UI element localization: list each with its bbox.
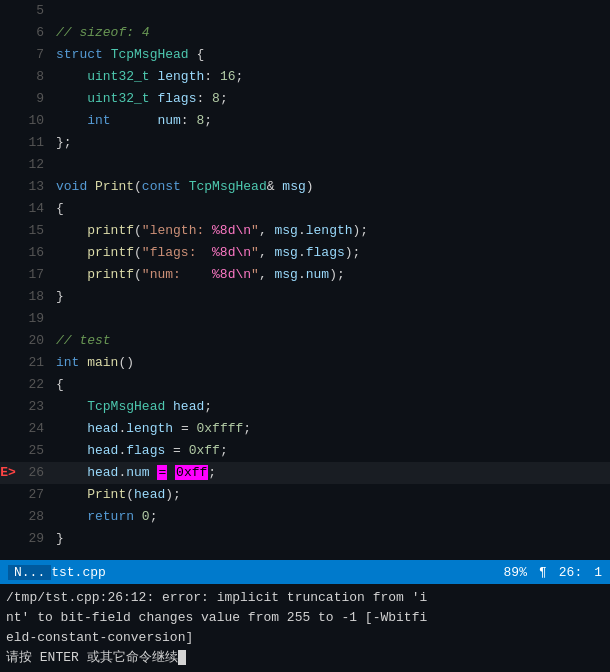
table-row: 12 [0, 154, 610, 176]
table-row: 24 head.length = 0xffff; [0, 418, 610, 440]
table-row: 19 [0, 308, 610, 330]
terminal-line-2: nt' to bit-field changes value from 255 … [6, 608, 604, 628]
status-col: 1 [594, 565, 602, 580]
terminal-cursor [178, 650, 186, 665]
status-symbol: ¶ [539, 565, 547, 580]
table-row: 5 [0, 0, 610, 22]
table-row: 13 void Print(const TcpMsgHead& msg) [0, 176, 610, 198]
table-row: 23 TcpMsgHead head; [0, 396, 610, 418]
table-row: 17 printf("num: %8d\n", msg.num); [0, 264, 610, 286]
table-row: 29 } [0, 528, 610, 550]
table-row: 28 return 0; [0, 506, 610, 528]
vim-mode: N... [8, 565, 51, 580]
terminal-output: /tmp/tst.cpp:26:12: error: implicit trun… [0, 584, 610, 672]
code-lines: 5 6 // sizeof: 4 7 struct TcpMsgHead { 8… [0, 0, 610, 550]
table-row: 22 { [0, 374, 610, 396]
status-bar: N... tst.cpp 89% ¶ 26: 1 [0, 560, 610, 584]
status-position: 89% ¶ 26: 1 [504, 565, 602, 580]
status-line: 26: [559, 565, 582, 580]
terminal-line-3: eld-constant-conversion] [6, 628, 604, 648]
table-row: 16 printf("flags: %8d\n", msg.flags); [0, 242, 610, 264]
table-row: 14 { [0, 198, 610, 220]
table-row: 18 } [0, 286, 610, 308]
table-row: 9 uint32_t flags: 8; [0, 88, 610, 110]
code-editor: 5 6 // sizeof: 4 7 struct TcpMsgHead { 8… [0, 0, 610, 560]
table-row: 20 // test [0, 330, 610, 352]
table-row: 21 int main() [0, 352, 610, 374]
status-filename: tst.cpp [51, 565, 106, 580]
error-indicator: E> [0, 462, 16, 484]
table-row: 6 // sizeof: 4 [0, 22, 610, 44]
table-row: E> 26 head.num = 0xff; [0, 462, 610, 484]
terminal-prompt: 请按 ENTER 或其它命令继续 [6, 648, 604, 668]
status-percent: 89% [504, 565, 527, 580]
terminal-line-1: /tmp/tst.cpp:26:12: error: implicit trun… [6, 588, 604, 608]
table-row: 10 int num: 8; [0, 110, 610, 132]
table-row: 15 printf("length: %8d\n", msg.length); [0, 220, 610, 242]
table-row: 25 head.flags = 0xff; [0, 440, 610, 462]
table-row: 7 struct TcpMsgHead { [0, 44, 610, 66]
table-row: 11 }; [0, 132, 610, 154]
table-row: 27 Print(head); [0, 484, 610, 506]
table-row: 8 uint32_t length: 16; [0, 66, 610, 88]
